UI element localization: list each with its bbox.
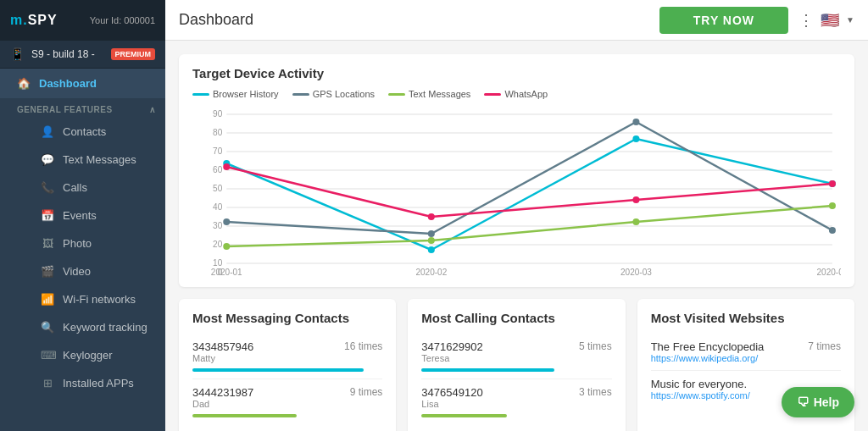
sidebar-item-wi-fi-networks[interactable]: 📶Wi-Fi networks bbox=[0, 285, 165, 313]
chart-legend: Browser HistoryGPS LocationsText Message… bbox=[192, 89, 841, 99]
svg-point-28 bbox=[428, 230, 435, 237]
sidebar-item-video[interactable]: 🎬Video bbox=[0, 257, 165, 285]
contact-bar bbox=[421, 414, 507, 417]
svg-point-24 bbox=[428, 246, 435, 253]
logo-suffix: SPY bbox=[28, 13, 58, 27]
logo: m.SPY bbox=[10, 13, 58, 28]
flag-icon[interactable]: 🇺🇸 bbox=[821, 11, 839, 30]
legend-item: WhatsApp bbox=[484, 89, 548, 99]
svg-point-31 bbox=[223, 243, 230, 250]
sidebar: m.SPY Your Id: 000001 📱 S9 - build 18 - … bbox=[0, 0, 165, 431]
sidebar-header: m.SPY Your Id: 000001 bbox=[0, 0, 165, 41]
home-icon: 🏠 bbox=[17, 77, 31, 90]
sidebar-item-dashboard[interactable]: 🏠 Dashboard bbox=[0, 69, 165, 98]
nav-icon: ⌨ bbox=[41, 349, 54, 362]
contact-number: 3434857946 bbox=[192, 340, 253, 353]
nav-icon: 📅 bbox=[41, 209, 54, 222]
contact-bar bbox=[421, 368, 554, 372]
sidebar-item-keyword-tracking[interactable]: 🔍Keyword tracking bbox=[0, 313, 165, 341]
contact-name: Teresa bbox=[421, 353, 482, 363]
svg-point-35 bbox=[223, 163, 230, 170]
messaging-list: 3434857946 Matty 16 times 3444231987 Dad… bbox=[192, 334, 382, 424]
legend-color bbox=[192, 93, 209, 96]
logo-prefix: m. bbox=[10, 13, 28, 27]
website-times: 7 times bbox=[808, 340, 841, 353]
chart-title: Target Device Activity bbox=[192, 66, 841, 80]
svg-text:2020-04: 2020-04 bbox=[816, 268, 841, 275]
sidebar-item-photo[interactable]: 🖼Photo bbox=[0, 229, 165, 257]
help-button[interactable]: 🗨 Help bbox=[782, 387, 854, 417]
contact-number: 3476549120 bbox=[421, 386, 482, 399]
svg-point-36 bbox=[428, 213, 435, 220]
contact-row: 3476549120 Lisa 3 times bbox=[421, 379, 611, 424]
nav-icon: ⊞ bbox=[41, 377, 54, 390]
topbar-icons: ⋮ 🇺🇸 ▼ bbox=[798, 11, 854, 30]
nav-label: Photo bbox=[63, 237, 92, 250]
website-url[interactable]: https://www.wikipedia.org/ bbox=[651, 353, 841, 363]
svg-point-29 bbox=[632, 119, 639, 125]
nav-label: Video bbox=[63, 265, 91, 278]
contact-name: Lisa bbox=[421, 399, 482, 409]
legend-color bbox=[292, 93, 309, 96]
svg-text:2020-01: 2020-01 bbox=[211, 268, 242, 275]
try-now-button[interactable]: TRY NOW bbox=[659, 7, 788, 34]
contact-row: 3444231987 Dad 9 times bbox=[192, 379, 382, 424]
svg-point-30 bbox=[829, 227, 836, 234]
nav-icon: 📶 bbox=[41, 293, 54, 306]
legend-label: Browser History bbox=[213, 89, 279, 99]
sidebar-item-events[interactable]: 📅Events bbox=[0, 202, 165, 229]
more-icon[interactable]: ⋮ bbox=[798, 11, 814, 30]
user-id: Your Id: 000001 bbox=[90, 15, 155, 25]
nav-label: Keylogger bbox=[63, 349, 113, 362]
messaging-contacts-card: Most Messaging Contacts 3434857946 Matty… bbox=[179, 299, 396, 431]
calling-contacts-card: Most Calling Contacts 3471629902 Teresa … bbox=[408, 299, 625, 431]
contact-bar bbox=[192, 414, 297, 417]
contact-times: 9 times bbox=[350, 386, 383, 398]
svg-text:50: 50 bbox=[213, 184, 223, 193]
nav-label: Installed APPs bbox=[63, 377, 134, 390]
website-name: Music for everyone. bbox=[651, 378, 747, 390]
activity-chart-card: Target Device Activity Browser HistoryGP… bbox=[179, 54, 854, 287]
content-area: Target Device Activity Browser HistoryGP… bbox=[165, 41, 868, 431]
topbar: Dashboard TRY NOW ⋮ 🇺🇸 ▼ bbox=[165, 0, 868, 41]
nav-label: Contacts bbox=[63, 125, 106, 138]
dropdown-icon[interactable]: ▼ bbox=[846, 15, 854, 25]
sidebar-item-contacts[interactable]: 👤Contacts bbox=[0, 118, 165, 146]
svg-point-32 bbox=[428, 237, 435, 244]
svg-text:40: 40 bbox=[213, 202, 223, 212]
svg-point-33 bbox=[632, 218, 639, 225]
sidebar-item-keylogger[interactable]: ⌨Keylogger bbox=[0, 341, 165, 369]
sidebar-item-calls[interactable]: 📞Calls bbox=[0, 174, 165, 202]
nav-icon: 👤 bbox=[41, 125, 54, 138]
nav-icon: 🔍 bbox=[41, 321, 54, 334]
svg-text:70: 70 bbox=[213, 146, 223, 156]
svg-text:20: 20 bbox=[213, 240, 223, 249]
general-features-header: GENERAL FEATURES ∧ bbox=[0, 98, 165, 118]
legend-color bbox=[484, 93, 501, 96]
device-name: S9 - build 18 - bbox=[31, 48, 104, 60]
sidebar-item-installed-apps[interactable]: ⊞Installed APPs bbox=[0, 369, 165, 397]
svg-text:80: 80 bbox=[213, 128, 223, 137]
premium-badge: PREMIUM bbox=[111, 48, 156, 60]
svg-text:2020-03: 2020-03 bbox=[620, 268, 652, 275]
legend-item: GPS Locations bbox=[292, 89, 375, 99]
contact-times: 5 times bbox=[579, 340, 612, 352]
chevron-icon: ∧ bbox=[149, 105, 156, 114]
svg-point-37 bbox=[632, 196, 639, 203]
legend-color bbox=[388, 93, 405, 96]
sidebar-item-text-messages[interactable]: 💬Text Messages bbox=[0, 146, 165, 174]
page-title: Dashboard bbox=[179, 11, 649, 29]
chart-area: 90 80 70 60 50 40 30 20 10 0 2020-01 202… bbox=[192, 106, 841, 275]
nav-icon: 🖼 bbox=[41, 237, 54, 250]
chat-icon: 🗨 bbox=[797, 395, 809, 409]
legend-item: Text Messages bbox=[388, 89, 470, 99]
nav-icon: 🎬 bbox=[41, 265, 54, 278]
svg-point-34 bbox=[829, 202, 836, 209]
device-bar[interactable]: 📱 S9 - build 18 - PREMIUM bbox=[0, 41, 165, 69]
contact-bar bbox=[192, 368, 364, 372]
calling-list: 3471629902 Teresa 5 times 3476549120 Lis… bbox=[421, 334, 611, 424]
svg-text:2020-02: 2020-02 bbox=[415, 268, 447, 275]
contact-times: 3 times bbox=[579, 386, 612, 398]
nav-label: Wi-Fi networks bbox=[63, 293, 136, 306]
contact-row: 3434857946 Matty 16 times bbox=[192, 334, 382, 379]
